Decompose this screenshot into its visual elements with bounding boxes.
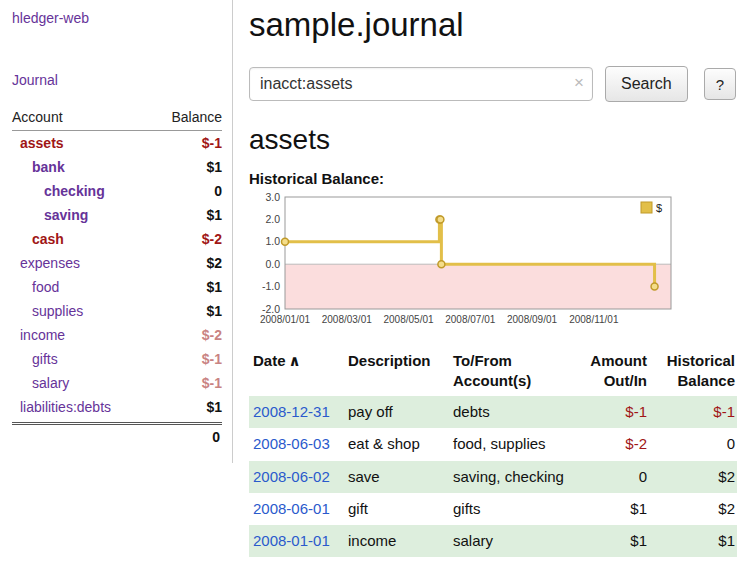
account-link[interactable]: income [12, 327, 65, 343]
accounts-table-header: Account Balance [12, 106, 222, 131]
account-row: expenses$2 [12, 251, 222, 275]
account-row: supplies$1 [12, 299, 222, 323]
account-row: salary$-1 [12, 371, 222, 395]
accounts-header-account: Account [12, 109, 63, 125]
transaction-description: eat & shop [344, 428, 449, 460]
account-link[interactable]: cash [12, 231, 64, 247]
transactions-table: Date∧ Description To/From Account(s) Amo… [249, 347, 737, 557]
transaction-amount: $1 [571, 525, 649, 557]
transaction-accounts: saving, checking [449, 461, 571, 493]
table-row: 2008-06-02savesaving, checking0$2 [249, 461, 737, 493]
transaction-amount: $1 [571, 493, 649, 525]
account-link[interactable]: saving [12, 207, 88, 223]
account-link[interactable]: expenses [12, 255, 80, 271]
account-row: gifts$-1 [12, 347, 222, 371]
svg-text:0.0: 0.0 [265, 258, 280, 270]
transaction-accounts: debts [449, 396, 571, 428]
transaction-balance: $-1 [649, 396, 737, 428]
account-link[interactable]: bank [12, 159, 65, 175]
accounts-total-row: 0 [12, 422, 222, 449]
account-row: food$1 [12, 275, 222, 299]
svg-text:-1.0: -1.0 [262, 280, 280, 292]
account-balance: 0 [214, 183, 222, 199]
transaction-amount: $-2 [571, 428, 649, 460]
sidebar-item-journal[interactable]: Journal [12, 72, 222, 88]
help-button[interactable]: ? [704, 68, 736, 100]
transaction-description: gift [344, 493, 449, 525]
account-balance: $1 [206, 159, 222, 175]
transaction-accounts: salary [449, 525, 571, 557]
transaction-date-link[interactable]: 2008-06-02 [253, 468, 330, 485]
account-link[interactable]: gifts [12, 351, 58, 367]
transaction-date-link[interactable]: 2008-06-03 [253, 435, 330, 452]
svg-text:1.0: 1.0 [265, 235, 280, 247]
transaction-accounts: food, supplies [449, 428, 571, 460]
account-link[interactable]: salary [12, 375, 69, 391]
app-title-link[interactable]: hledger-web [12, 10, 222, 26]
accounts-header-balance: Balance [171, 109, 222, 125]
main-content: sample.journal × Search ? assets Histori… [233, 0, 742, 557]
account-row: checking0 [12, 179, 222, 203]
svg-text:2008/01/01: 2008/01/01 [260, 314, 310, 325]
account-link[interactable]: checking [12, 183, 105, 199]
header-amount: Amount Out/In [571, 347, 649, 396]
clear-search-icon[interactable]: × [574, 74, 584, 92]
account-balance: $-1 [202, 375, 222, 391]
table-row: 2008-12-31pay offdebts$-1$-1 [249, 396, 737, 428]
transactions-header-row: Date∧ Description To/From Account(s) Amo… [249, 347, 737, 396]
page-title: sample.journal [249, 6, 736, 44]
total-balance: 0 [212, 429, 220, 445]
account-balance: $1 [206, 207, 222, 223]
transaction-amount: 0 [571, 461, 649, 493]
account-row: assets$-1 [12, 131, 222, 155]
transaction-balance: $2 [649, 493, 737, 525]
search-bar: × Search ? [249, 66, 736, 102]
account-link[interactable]: assets [12, 135, 64, 151]
search-input[interactable] [249, 67, 593, 101]
transaction-amount: $-1 [571, 396, 649, 428]
transaction-date-link[interactable]: 2008-01-01 [253, 532, 330, 549]
transaction-description: pay off [344, 396, 449, 428]
account-row: bank$1 [12, 155, 222, 179]
account-link[interactable]: supplies [12, 303, 83, 319]
sidebar: hledger-web Journal Account Balance asse… [0, 0, 233, 463]
account-row: saving$1 [12, 203, 222, 227]
svg-text:$: $ [656, 202, 662, 214]
chart-svg: 3.02.01.00.0-1.0-2.02008/01/012008/03/01… [251, 191, 689, 331]
header-description: Description [344, 347, 449, 396]
svg-text:2008/11/01: 2008/11/01 [569, 314, 619, 325]
svg-text:2008/03/01: 2008/03/01 [322, 314, 372, 325]
historical-balance-chart: 3.02.01.00.0-1.0-2.02008/01/012008/03/01… [251, 191, 736, 335]
account-balance: $-1 [202, 135, 222, 151]
account-balance: $-1 [202, 351, 222, 367]
transaction-date-link[interactable]: 2008-12-31 [253, 403, 330, 420]
account-balance: $2 [206, 255, 222, 271]
svg-text:-2.0: -2.0 [262, 303, 280, 315]
app-window: hledger-web Journal Account Balance asse… [0, 0, 742, 557]
transaction-balance: $1 [649, 525, 737, 557]
table-row: 2008-06-03eat & shopfood, supplies$-20 [249, 428, 737, 460]
account-balance: $-2 [202, 327, 222, 343]
account-link[interactable]: food [12, 279, 59, 295]
table-row: 2008-01-01incomesalary$1$1 [249, 525, 737, 557]
transaction-balance: 0 [649, 428, 737, 460]
header-balance: Historical Balance [649, 347, 737, 396]
account-row: income$-2 [12, 323, 222, 347]
transaction-date-link[interactable]: 2008-06-01 [253, 500, 330, 517]
table-row: 2008-06-01giftgifts$1$2 [249, 493, 737, 525]
header-accounts: To/From Account(s) [449, 347, 571, 396]
account-row: cash$-2 [12, 227, 222, 251]
account-link[interactable]: liabilities:debts [12, 399, 111, 415]
transaction-description: save [344, 461, 449, 493]
account-balance: $1 [206, 303, 222, 319]
svg-text:2008/07/01: 2008/07/01 [445, 314, 495, 325]
chart-title: Historical Balance: [249, 170, 736, 187]
header-date-label: Date [253, 352, 286, 369]
header-date[interactable]: Date∧ [249, 347, 344, 396]
search-button[interactable]: Search [605, 66, 688, 102]
account-balance: $1 [206, 399, 222, 415]
account-row: liabilities:debts$1 [12, 395, 222, 419]
svg-text:2008/05/01: 2008/05/01 [383, 314, 433, 325]
transaction-balance: $2 [649, 461, 737, 493]
search-box: × [249, 67, 593, 101]
